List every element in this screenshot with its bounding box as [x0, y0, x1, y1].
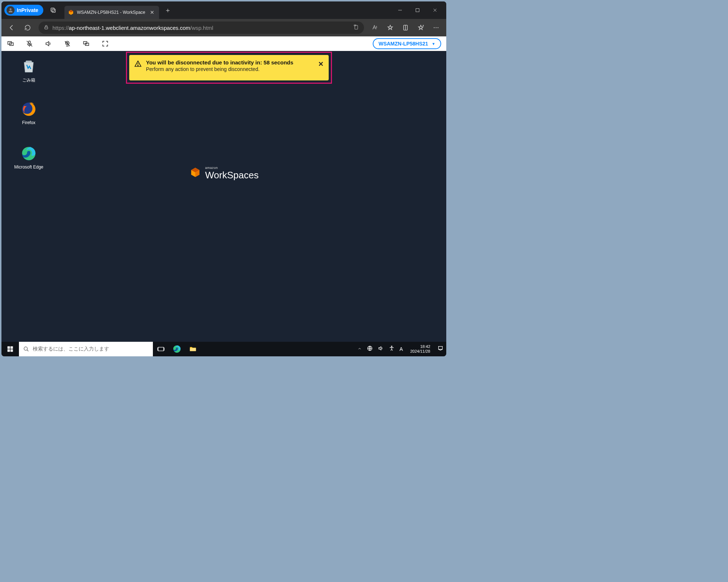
- clipboard-icon[interactable]: [353, 24, 359, 31]
- tab-actions-button[interactable]: [47, 4, 59, 16]
- inprivate-badge[interactable]: InPrivate: [4, 5, 43, 16]
- tray-ime-indicator[interactable]: A: [400, 346, 403, 352]
- svg-rect-39: [11, 349, 13, 352]
- svg-rect-38: [8, 349, 10, 352]
- svg-rect-46: [190, 348, 196, 351]
- tray-overflow-icon[interactable]: [357, 346, 362, 352]
- svg-rect-37: [11, 347, 13, 349]
- desktop-icon-firefox[interactable]: Firefox: [12, 100, 45, 125]
- fullscreen-icon[interactable]: [101, 40, 109, 48]
- workspace-machine-dropdown[interactable]: WSAMZN-LP58HS21 ▼: [373, 38, 441, 49]
- svg-rect-2: [52, 9, 55, 12]
- chevron-down-icon: ▼: [432, 42, 435, 46]
- taskbar-file-explorer-icon[interactable]: [185, 342, 201, 356]
- speaker-icon[interactable]: [44, 40, 52, 48]
- search-placeholder: 検索するには、ここに入力します: [33, 346, 109, 352]
- refresh-button[interactable]: [20, 20, 35, 35]
- windows-taskbar: 検索するには、ここに入力します A 18:42 2024/11/28: [1, 342, 446, 356]
- recycle-bin-icon: [20, 58, 37, 75]
- svg-point-17: [436, 27, 436, 28]
- svg-point-24: [66, 41, 69, 45]
- start-button[interactable]: [1, 342, 19, 356]
- svg-rect-6: [416, 9, 419, 12]
- clock-date: 2024/11/28: [410, 349, 430, 354]
- workspaces-cube-icon: [189, 166, 202, 180]
- webcam-icon[interactable]: [63, 40, 71, 48]
- favorites-bar-button[interactable]: [414, 20, 428, 35]
- favorite-button[interactable]: [383, 20, 397, 35]
- svg-point-16: [434, 27, 435, 28]
- svg-rect-36: [8, 347, 10, 349]
- wallpaper-small-text: amazon: [205, 166, 259, 169]
- svg-line-41: [27, 350, 28, 351]
- svg-point-48: [391, 346, 392, 347]
- tab-title: WSAMZN-LP58HS21 - WorkSpace: [77, 10, 146, 15]
- browser-titlebar: InPrivate WSAMZN-LP58HS21 - WorkSpace ✕ …: [1, 1, 446, 19]
- wallpaper-big-text: WorkSpaces: [205, 169, 259, 181]
- url-input[interactable]: https://ap-northeast-1.webclient.amazonw…: [39, 21, 364, 34]
- new-tab-button[interactable]: ＋: [162, 4, 174, 16]
- tray-notifications-icon[interactable]: [438, 345, 443, 353]
- browser-tab[interactable]: WSAMZN-LP58HS21 - WorkSpace ✕: [64, 6, 159, 19]
- wallpaper-logo: amazon WorkSpaces: [189, 166, 259, 181]
- workspaces-toolbar: WSAMZN-LP58HS21 ▼: [1, 36, 446, 51]
- taskbar-search-input[interactable]: 検索するには、ここに入力します: [19, 342, 153, 356]
- task-view-button[interactable]: [153, 342, 169, 356]
- warning-icon: [134, 60, 142, 69]
- banner-subtitle: Perform any action to prevent being disc…: [146, 66, 293, 72]
- workspace-machine-label: WSAMZN-LP58HS21: [379, 41, 428, 47]
- svg-point-35: [138, 65, 138, 66]
- lock-icon: [44, 25, 49, 31]
- read-aloud-button[interactable]: [368, 20, 382, 35]
- collections-button[interactable]: [398, 20, 413, 35]
- desktop-icon-label: ごみ箱: [12, 77, 45, 83]
- tray-accessibility-icon[interactable]: [389, 345, 395, 353]
- svg-rect-42: [158, 347, 164, 351]
- taskbar-edge-icon[interactable]: [169, 342, 185, 356]
- svg-rect-49: [439, 347, 443, 349]
- firefox-icon: [20, 100, 37, 118]
- taskbar-clock[interactable]: 18:42 2024/11/28: [408, 344, 432, 354]
- inprivate-label: InPrivate: [17, 7, 38, 13]
- svg-point-0: [9, 8, 11, 10]
- microphone-mute-icon[interactable]: [25, 40, 33, 48]
- banner-title: You will be disconnected due to inactivi…: [146, 59, 293, 66]
- window-close-button[interactable]: [427, 4, 443, 16]
- svg-rect-44: [164, 348, 165, 351]
- svg-point-18: [438, 27, 438, 28]
- browser-addressbar: https://ap-northeast-1.webclient.amazonw…: [1, 19, 446, 36]
- back-button[interactable]: [4, 20, 19, 35]
- svg-point-40: [24, 347, 27, 350]
- banner-close-button[interactable]: ✕: [318, 60, 324, 68]
- remote-desktop-area[interactable]: ごみ箱 Firefox Microsoft Edge amazon WorkSp…: [1, 51, 446, 342]
- banner-highlight-box: You will be disconnected due to inactivi…: [126, 52, 332, 84]
- desktop-icon-recycle-bin[interactable]: ごみ箱: [12, 58, 45, 83]
- svg-rect-9: [45, 27, 48, 29]
- url-text: https://ap-northeast-1.webclient.amazonw…: [52, 25, 213, 31]
- edge-icon: [20, 145, 37, 162]
- tab-close-icon[interactable]: ✕: [149, 9, 155, 16]
- search-icon: [23, 346, 29, 352]
- tray-volume-icon[interactable]: [378, 345, 384, 353]
- svg-rect-1: [51, 8, 54, 11]
- svg-rect-43: [158, 348, 158, 351]
- workspaces-favicon-icon: [68, 9, 74, 15]
- desktop-icon-label: Microsoft Edge: [12, 165, 45, 170]
- more-button[interactable]: [429, 20, 443, 35]
- windows-icon[interactable]: [82, 40, 90, 48]
- desktop-icon-edge[interactable]: Microsoft Edge: [12, 145, 45, 170]
- tray-network-icon[interactable]: [367, 345, 373, 353]
- clock-time: 18:42: [410, 344, 430, 349]
- window-maximize-button[interactable]: [409, 4, 426, 16]
- inactivity-warning-banner: You will be disconnected due to inactivi…: [129, 55, 329, 80]
- multi-monitor-icon[interactable]: [7, 40, 15, 48]
- window-minimize-button[interactable]: [392, 4, 408, 16]
- avatar-icon: [7, 6, 15, 14]
- desktop-icon-label: Firefox: [12, 120, 45, 125]
